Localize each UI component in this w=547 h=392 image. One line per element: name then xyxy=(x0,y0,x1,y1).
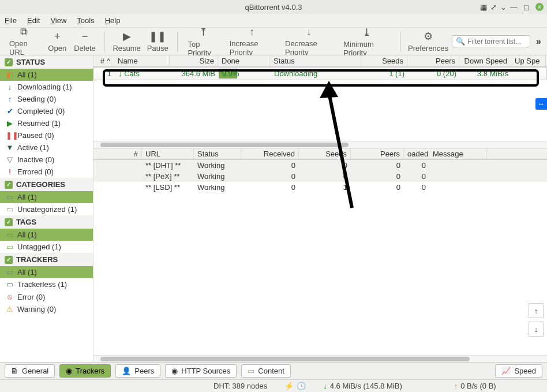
expand-icon[interactable]: ⤢ xyxy=(490,3,497,12)
col-status[interactable]: Status xyxy=(270,55,361,66)
col-size[interactable]: Size xyxy=(170,55,218,66)
status-inactive[interactable]: ▽Inactive (0) xyxy=(0,154,93,166)
col-down-speed[interactable]: Down Speed xyxy=(459,55,511,66)
tcol-received[interactable]: Received xyxy=(241,148,299,159)
trackers-warning[interactable]: ⚠Warning (0) xyxy=(0,303,93,315)
tab-http-sources[interactable]: ◉HTTP Sources xyxy=(165,364,237,378)
status-downloading[interactable]: ↓Downloading (1) xyxy=(0,81,93,93)
status-paused[interactable]: ❚❚Paused (0) xyxy=(0,129,93,141)
filter-box[interactable]: 🔍 xyxy=(452,35,530,47)
check-icon: ✓ xyxy=(5,58,13,66)
categories-header[interactable]: ✓CATEGORIES xyxy=(0,178,93,191)
tags-all[interactable]: ▭All (1) xyxy=(0,229,93,241)
status-resumed[interactable]: ▶Resumed (1) xyxy=(0,117,93,129)
pause-icon: ❚❚ xyxy=(6,131,14,140)
status-all[interactable]: ◧All (1) xyxy=(0,69,93,81)
detail-tabs: 🗎General ◉Trackers 👤Peers ◉HTTP Sources … xyxy=(0,362,547,379)
status-errored[interactable]: !Errored (0) xyxy=(0,166,93,178)
speedometer-icon[interactable]: 🕓 xyxy=(297,382,306,390)
minus-icon: − xyxy=(82,31,88,43)
main-pane: # ^ Name Size Done Status Seeds Peers Do… xyxy=(93,55,547,362)
trackers-warning-label: Warning (0) xyxy=(17,305,56,313)
status-active[interactable]: ▼Active (1) xyxy=(0,141,93,154)
status-seeding[interactable]: ↑Seeding (0) xyxy=(0,93,93,105)
menu-edit[interactable]: Edit xyxy=(27,16,40,25)
tab-speed[interactable]: 📈Speed xyxy=(495,364,542,378)
minimize-button[interactable]: — xyxy=(510,3,518,12)
open-url-button[interactable]: ⧉Open URL xyxy=(6,25,42,58)
tab-trackers[interactable]: ◉Trackers xyxy=(59,364,111,378)
menu-view[interactable]: View xyxy=(50,16,66,25)
col-seeds[interactable]: Seeds xyxy=(361,55,407,66)
trackers-header[interactable]: ✓TRACKERS xyxy=(0,253,93,266)
menu-file[interactable]: File xyxy=(5,16,17,25)
speed-up-button[interactable]: ↑ xyxy=(529,303,544,318)
speed-down-button[interactable]: ↓ xyxy=(529,322,544,337)
tag-icon: ▭ xyxy=(6,242,14,251)
tracker-scrollbar[interactable] xyxy=(93,355,547,362)
categories-uncategorized[interactable]: ▭Uncategorized (1) xyxy=(0,203,93,215)
decrease-priority-button[interactable]: ↓Decrease Priority xyxy=(282,25,336,58)
tracker-url: ** [PeX] ** xyxy=(142,171,194,182)
tags-header[interactable]: ✓TAGS xyxy=(0,215,93,229)
torrent-columns[interactable]: # ^ Name Size Done Status Seeds Peers Do… xyxy=(93,55,547,67)
tracker-status: Working xyxy=(194,182,241,193)
tcol-seeds[interactable]: Seeds xyxy=(299,148,351,159)
tracker-url: ** [LSD] ** xyxy=(142,182,194,193)
pause-button[interactable]: ❚❚Pause xyxy=(145,29,170,54)
trackers-trackerless[interactable]: ▭Trackerless (1) xyxy=(0,278,93,290)
tracker-row[interactable]: ** [PeX] **Working0000 xyxy=(93,171,547,182)
tcol-num[interactable]: # xyxy=(93,148,142,159)
trackers-all[interactable]: ▭All (1) xyxy=(0,266,93,278)
preferences-button[interactable]: ⚙Preferences xyxy=(408,29,448,54)
tab-peers[interactable]: 👤Peers xyxy=(115,364,160,378)
torrent-scrollbar[interactable] xyxy=(93,141,547,148)
trackers-error-label: Error (0) xyxy=(17,293,45,301)
tag-icon: ▭ xyxy=(6,230,14,239)
close-button[interactable]: × xyxy=(535,3,544,11)
tracker-row[interactable]: ** [LSD] **Working0100 xyxy=(93,182,547,193)
menu-tools[interactable]: Tools xyxy=(77,16,94,25)
tracker-row[interactable]: ** [DHT] **Working0000 xyxy=(93,160,547,171)
col-name[interactable]: Name xyxy=(114,55,170,66)
status-header[interactable]: ✓STATUS xyxy=(0,55,93,69)
categories-uncategorized-label: Uncategorized (1) xyxy=(17,205,77,214)
tcol-url[interactable]: URL xyxy=(142,148,194,159)
tcol-peers[interactable]: Peers xyxy=(351,148,404,159)
filter-input[interactable] xyxy=(467,38,526,46)
torrent-uspeed xyxy=(512,68,546,80)
torrent-row[interactable]: 1 ↓ Cats 364.6 MiB 9.9% Downloading 1 (1… xyxy=(93,67,547,80)
status-completed[interactable]: ✔Completed (0) xyxy=(0,105,93,117)
col-peers[interactable]: Peers xyxy=(407,55,459,66)
plug-icon[interactable]: ⚡ xyxy=(284,382,294,390)
categories-all[interactable]: ▭All (1) xyxy=(0,191,93,203)
open-button[interactable]: +Open xyxy=(46,29,69,54)
trackers-error[interactable]: ⦸Error (0) xyxy=(0,290,93,303)
increase-priority-button[interactable]: ↑Increase Priority xyxy=(226,25,278,58)
tab-content[interactable]: ▭Content xyxy=(241,364,291,378)
tracker-columns[interactable]: # URL Status Received Seeds Peers oaded … xyxy=(93,148,547,160)
tracker-seeds: 0 xyxy=(299,160,351,171)
tcol-status[interactable]: Status xyxy=(194,148,241,159)
teamviewer-icon[interactable]: ↔ xyxy=(535,98,547,110)
delete-button[interactable]: −Delete xyxy=(72,29,97,54)
col-up-speed[interactable]: Up Spe xyxy=(511,55,546,66)
status-paused-label: Paused (0) xyxy=(17,131,54,140)
menu-help[interactable]: Help xyxy=(105,16,121,25)
overflow-icon[interactable]: » xyxy=(536,36,541,47)
dropdown-icon[interactable]: ⌄ xyxy=(500,3,507,12)
top-priority-button[interactable]: ⤒Top Priority xyxy=(184,25,222,58)
col-done[interactable]: Done xyxy=(218,55,270,66)
minimum-priority-button[interactable]: ⤓Minimum Priority xyxy=(340,25,394,58)
folder-icon: ▭ xyxy=(248,367,254,375)
resume-button[interactable]: ▶Resume xyxy=(111,29,141,54)
tags-untagged[interactable]: ▭Untagged (1) xyxy=(0,241,93,253)
tcol-loaded[interactable]: oaded xyxy=(404,148,429,159)
tab-general[interactable]: 🗎General xyxy=(5,364,55,378)
pause-label: Pause xyxy=(147,44,168,53)
torrent-dspeed: 3.8 MiB/s xyxy=(460,68,512,80)
col-num[interactable]: # xyxy=(100,57,104,65)
tcol-message[interactable]: Message xyxy=(429,148,487,159)
tags-all-label: All (1) xyxy=(17,230,37,239)
maximize-button[interactable]: ◻ xyxy=(523,3,530,12)
